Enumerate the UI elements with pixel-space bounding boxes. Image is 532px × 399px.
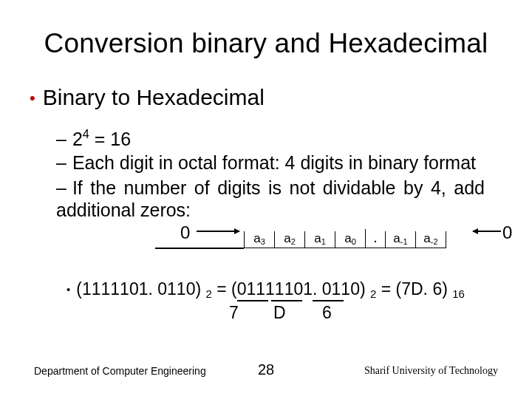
rhs-sub: 16 <box>452 287 465 300</box>
cell-a2: a2 <box>274 231 304 248</box>
cell-base: a <box>314 231 321 246</box>
sub-bullet-3: –If the number of digits is not dividabl… <box>56 177 485 221</box>
mid-sub: 2 <box>370 287 376 300</box>
bullet-dot-icon: • <box>66 283 70 296</box>
mid-eq: = ( <box>216 279 236 299</box>
lhs-open: ( <box>76 279 82 299</box>
digit-cells: a3 a2 a1 a0 . a-1 a-2 <box>244 227 446 248</box>
sup-four: 4 <box>83 127 89 140</box>
cell-sub: 3 <box>261 237 265 246</box>
cell-a-neg2: a-2 <box>415 231 446 248</box>
underline-left <box>155 248 244 249</box>
group-underline-3 <box>313 300 344 301</box>
cell-base: a <box>284 231 290 246</box>
cell-sub: 0 <box>352 237 356 246</box>
cell-radix-point: . <box>365 229 385 248</box>
group-underline-2 <box>271 300 302 301</box>
grouped-number: 01111101. 0110 <box>237 279 360 299</box>
zero-pad-left: 0 <box>180 222 190 243</box>
lhs-num: 1111101. 0110) <box>82 279 201 299</box>
slide-title: Conversion binary and Hexadecimal <box>0 28 532 59</box>
hex-7: 7 <box>229 303 239 323</box>
arrow-right-icon <box>473 231 501 232</box>
footer-right: Sharif University of Technology <box>364 365 498 377</box>
zero-pad-right: 0 <box>502 222 512 243</box>
cell-sub: -1 <box>400 237 408 246</box>
cell-base: a <box>393 231 400 246</box>
cell-sub: -2 <box>431 237 438 246</box>
cell-base: a <box>253 231 260 246</box>
hex-6: 6 <box>322 303 332 323</box>
dash-icon: – <box>56 177 66 200</box>
main-bullet: •Binary to Hexadecimal <box>30 85 265 110</box>
group-underline-1 <box>237 300 268 301</box>
cell-sub: 2 <box>291 237 296 246</box>
sub-bullet-1: –24 = 16 <box>56 127 510 150</box>
cell-a1: a1 <box>304 231 335 248</box>
grouped-text: 01111101. 0110 <box>237 279 360 299</box>
lhs-sub: 2 <box>205 287 211 300</box>
cell-base: a <box>344 231 351 246</box>
bullet-dot-icon: • <box>30 89 35 108</box>
cell-base: a <box>423 231 430 246</box>
mid-close: ) <box>360 279 366 299</box>
cell-sub: 1 <box>321 237 326 246</box>
two: 2 <box>72 129 83 149</box>
cell-a3: a3 <box>244 231 274 248</box>
cell-a0: a0 <box>335 231 365 248</box>
radix-point: . <box>373 229 378 246</box>
rhs-eq: = (7D. 6) <box>381 279 448 299</box>
eq16: = 16 <box>89 129 131 149</box>
dash-icon: – <box>56 129 66 151</box>
hex-d: D <box>273 303 286 323</box>
sub3-text: If the number of digits is not dividable… <box>56 177 485 220</box>
sub2-text: Each digit in octal format: 4 digits in … <box>72 152 476 173</box>
dash-icon: – <box>56 152 66 174</box>
arrow-left-icon <box>197 231 239 232</box>
worked-example: •(1111101. 0110) 2 = (01111101. 0110 ) 2… <box>66 279 495 300</box>
sub-bullet-2: –Each digit in octal format: 4 digits in… <box>56 152 510 174</box>
cell-a-neg1: a-1 <box>385 231 415 248</box>
main-bullet-text: Binary to Hexadecimal <box>43 85 265 109</box>
